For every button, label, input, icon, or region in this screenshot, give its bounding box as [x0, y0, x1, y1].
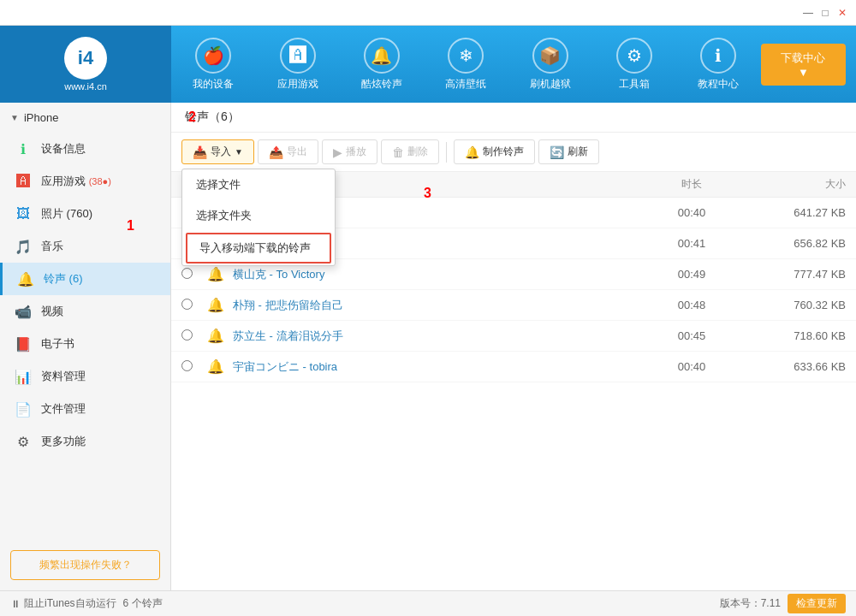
jailbreak-icon: 📦	[532, 38, 568, 74]
make-ringtone-btn[interactable]: 🔔 制作铃声	[454, 139, 535, 164]
import-dropdown: 选择文件 选择文件夹 导入移动端下载的铃声	[181, 169, 336, 266]
refresh-btn[interactable]: 🔄 刷新	[538, 139, 599, 164]
video-icon: 📹	[14, 302, 33, 321]
sidebar-item-file-mgr[interactable]: 📄 文件管理	[0, 393, 170, 425]
more-icon: ⚙	[14, 432, 33, 451]
expand-arrow-icon: ▼	[10, 113, 19, 122]
sidebar-item-photos[interactable]: 🖼 照片 (760)	[0, 198, 170, 230]
delete-btn[interactable]: 🗑 删除	[381, 139, 439, 164]
row-size: 777.47 KB	[743, 268, 846, 281]
window-controls: — □ ✕	[801, 6, 849, 20]
download-center-btn[interactable]: 下载中心 ▼	[761, 44, 846, 86]
row-size: 633.66 KB	[743, 360, 846, 373]
row-checkbox[interactable]	[181, 299, 207, 312]
table-row[interactable]: 🔔 宇宙コンビニ - tobira 00:40 633.66 KB	[171, 352, 856, 382]
apps-sidebar-icon: 🅰	[14, 172, 33, 191]
nav-bar: i4 www.i4.cn 🍎 我的设备 🅰 应用游戏 🔔 酷炫铃声 ❄ 高清壁纸…	[0, 26, 856, 103]
version-label: 版本号：7.11	[720, 596, 781, 611]
tutorials-icon: ℹ	[700, 38, 736, 74]
apps-icon: 🅰	[280, 38, 316, 74]
music-icon: 🎵	[14, 237, 33, 256]
play-btn[interactable]: ▶ 播放	[322, 139, 377, 164]
step1-label: 1	[127, 218, 134, 234]
delete-icon: 🗑	[392, 145, 404, 159]
nav-item-tools[interactable]: ⚙ 工具箱	[592, 26, 676, 103]
row-ringtone-icon: 🔔	[207, 297, 233, 313]
table-row[interactable]: 🔔 苏立生 - 流着泪说分手 00:45 718.60 KB	[171, 321, 856, 352]
refresh-icon: 🔄	[550, 145, 564, 159]
status-left: ⏸ 阻止iTunes自动运行 6 个铃声	[10, 596, 163, 611]
content-header: 铃声（6）	[171, 103, 856, 133]
main-content: ▼ iPhone 1 ℹ 设备信息 🅰 应用游戏 (38●) 🖼 照片 (760…	[0, 103, 856, 590]
logo-text: www.i4.cn	[64, 81, 107, 92]
title-bar: — □ ✕	[0, 0, 856, 26]
row-size: 718.60 KB	[743, 329, 846, 342]
photos-icon: 🖼	[14, 204, 33, 223]
logo: i4 www.i4.cn	[0, 26, 171, 103]
table-row[interactable]: 🔔 朴翔 - 把悲伤留给自己 00:48 760.32 KB	[171, 290, 856, 321]
row-duration: 00:40	[640, 360, 743, 373]
row-duration: 00:41	[640, 237, 743, 250]
export-btn[interactable]: 📤 导出	[258, 139, 318, 164]
sidebar-item-video[interactable]: 📹 视频	[0, 295, 170, 328]
sidebar: ▼ iPhone 1 ℹ 设备信息 🅰 应用游戏 (38●) 🖼 照片 (760…	[0, 103, 171, 590]
sidebar-item-ebook[interactable]: 📕 电子书	[0, 328, 170, 360]
row-ringtone-icon: 🔔	[207, 358, 233, 375]
th-duration: 时长	[640, 177, 743, 192]
sidebar-item-more[interactable]: ⚙ 更多功能	[0, 425, 170, 458]
sidebar-item-data-mgr[interactable]: 📊 资料管理	[0, 360, 170, 393]
close-btn[interactable]: ✕	[835, 6, 849, 20]
nav-item-wallpaper[interactable]: ❄ 高清壁纸	[424, 26, 508, 103]
nav-item-tutorials[interactable]: ℹ 教程中心	[676, 26, 760, 103]
nav-item-apps-games[interactable]: 🅰 应用游戏	[255, 26, 339, 103]
nav-item-my-device[interactable]: 🍎 我的设备	[171, 26, 255, 103]
nav-item-jailbreak[interactable]: 📦 刷机越狱	[508, 26, 592, 103]
row-duration: 00:49	[640, 268, 743, 281]
maximize-btn[interactable]: □	[818, 6, 832, 20]
tools-icon: ⚙	[616, 38, 652, 74]
row-checkbox[interactable]	[181, 329, 207, 343]
nav-items: 🍎 我的设备 🅰 应用游戏 🔔 酷炫铃声 ❄ 高清壁纸 📦 刷机越狱 ⚙ 工具箱…	[171, 26, 856, 103]
status-bar: ⏸ 阻止iTunes自动运行 6 个铃声 版本号：7.11 检查更新	[0, 590, 856, 616]
sidebar-item-apps[interactable]: 🅰 应用游戏 (38●)	[0, 165, 170, 198]
nav-item-ringtones[interactable]: 🔔 酷炫铃声	[340, 26, 424, 103]
info-icon: ℹ	[14, 139, 33, 158]
import-icon: 📥	[193, 145, 207, 159]
sidebar-item-music[interactable]: 🎵 音乐	[0, 230, 170, 263]
import-mobile-item[interactable]: 导入移动端下载的铃声	[186, 233, 331, 264]
row-checkbox[interactable]	[181, 268, 207, 281]
select-file-item[interactable]: 选择文件	[182, 169, 335, 200]
step3-label: 3	[424, 186, 431, 201]
sidebar-bottom: 频繁出现操作失败？	[0, 540, 170, 590]
select-folder-item[interactable]: 选择文件夹	[182, 200, 335, 231]
row-size: 641.27 KB	[743, 206, 846, 219]
row-duration: 00:45	[640, 329, 743, 342]
export-icon: 📤	[269, 145, 283, 159]
ebook-icon: 📕	[14, 335, 33, 353]
th-size: 大小	[743, 177, 846, 192]
minimize-btn[interactable]: —	[801, 6, 815, 20]
data-mgr-icon: 📊	[14, 367, 33, 386]
logo-icon: i4	[64, 37, 107, 80]
sidebar-item-device-info[interactable]: ℹ 设备信息	[0, 133, 170, 165]
check-update-btn[interactable]: 检查更新	[788, 594, 846, 613]
import-btn[interactable]: 📥 导入 ▼	[181, 139, 254, 164]
play-icon: ▶	[333, 145, 342, 159]
troubleshoot-btn[interactable]: 频繁出现操作失败？	[10, 550, 160, 580]
sidebar-device: ▼ iPhone	[0, 103, 170, 133]
row-size: 760.32 KB	[743, 299, 846, 311]
toolbar: 📥 导入 ▼ 📤 导出 ▶ 播放 🗑 删除 🔔 制作铃声 🔄	[171, 133, 856, 172]
bell-icon: 🔔	[465, 145, 479, 159]
row-duration: 00:48	[640, 299, 743, 311]
content-panel: 2 铃声（6） 📥 导入 ▼ 📤 导出 ▶ 播放 🗑 删除 �	[171, 103, 856, 590]
ringtone-nav-icon: 🔔	[364, 38, 400, 74]
stop-itunes-btn[interactable]: ⏸ 阻止iTunes自动运行	[10, 596, 116, 611]
status-right: 版本号：7.11 检查更新	[720, 594, 846, 613]
row-name: 宇宙コンビニ - tobira	[233, 359, 640, 375]
wallpaper-icon: ❄	[448, 38, 484, 74]
sidebar-item-ringtones[interactable]: 🔔 铃声 (6)	[0, 263, 170, 295]
row-duration: 00:40	[640, 206, 743, 219]
row-ringtone-icon: 🔔	[207, 328, 233, 344]
ringtone-sidebar-icon: 🔔	[16, 270, 35, 288]
row-checkbox[interactable]	[181, 360, 207, 374]
